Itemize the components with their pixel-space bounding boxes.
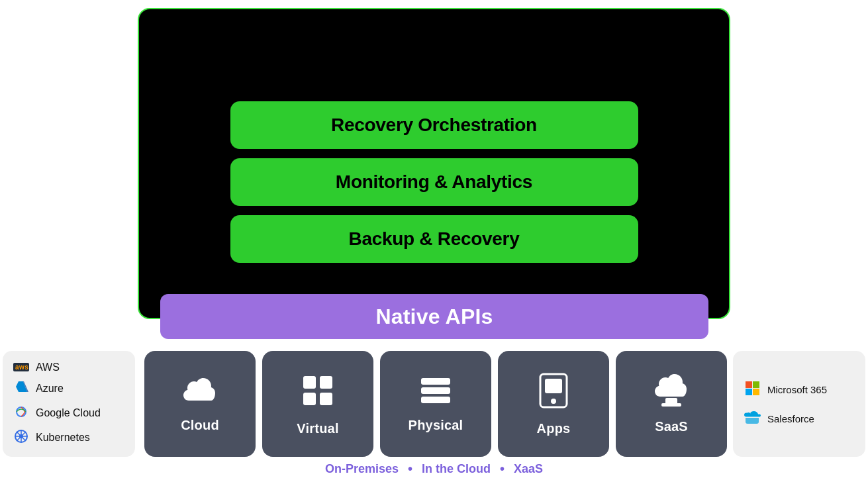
svg-rect-9 bbox=[320, 376, 332, 389]
xaas-label: XaaS bbox=[514, 462, 543, 476]
virtual-label: Virtual bbox=[297, 421, 338, 436]
physical-label: Physical bbox=[409, 418, 463, 433]
svg-rect-21 bbox=[753, 381, 759, 388]
svg-rect-20 bbox=[746, 381, 752, 388]
kubernetes-label: Kubernetes bbox=[36, 432, 90, 444]
aws-label: AWS bbox=[36, 362, 60, 373]
svg-rect-10 bbox=[303, 393, 316, 405]
native-apis-bar: Native APIs bbox=[160, 294, 708, 339]
microsoft365-icon bbox=[744, 380, 761, 399]
aws-icon: aws bbox=[13, 363, 29, 371]
svg-rect-22 bbox=[746, 389, 752, 395]
cloud-label: Cloud bbox=[181, 418, 219, 433]
azure-row: Azure bbox=[13, 380, 135, 398]
svg-rect-13 bbox=[421, 387, 450, 394]
recovery-orchestration-label: Recovery Orchestration bbox=[331, 115, 537, 136]
svg-rect-14 bbox=[421, 397, 450, 403]
google-cloud-row: Google Cloud bbox=[13, 405, 135, 422]
cloud-card: Cloud bbox=[144, 351, 256, 457]
microsoft365-label: Microsoft 365 bbox=[767, 384, 827, 395]
google-cloud-icon bbox=[13, 405, 29, 422]
backup-recovery-label: Backup & Recovery bbox=[349, 228, 520, 250]
services-panel: Microsoft 365 Salesforce bbox=[733, 351, 865, 457]
icon-cards-row: Cloud Virtual P bbox=[144, 351, 727, 457]
svg-rect-11 bbox=[320, 393, 332, 405]
saas-card: SaaS bbox=[616, 351, 727, 457]
microsoft365-row: Microsoft 365 bbox=[744, 380, 865, 399]
google-cloud-label: Google Cloud bbox=[36, 407, 101, 419]
physical-card: Physical bbox=[380, 351, 491, 457]
architecture-diagram: Recovery Orchestration Monitoring & Anal… bbox=[0, 5, 868, 482]
svg-rect-23 bbox=[753, 389, 759, 395]
recovery-orchestration-pill: Recovery Orchestration bbox=[230, 101, 638, 149]
dot-1: • bbox=[408, 461, 412, 477]
kubernetes-row: Kubernetes bbox=[13, 429, 135, 447]
svg-rect-12 bbox=[421, 378, 450, 385]
bottom-labels: On-Premises • In the Cloud • XaaS bbox=[0, 461, 868, 477]
dot-2: • bbox=[500, 461, 505, 477]
monitoring-analytics-pill: Monitoring & Analytics bbox=[230, 158, 638, 206]
salesforce-row: Salesforce bbox=[744, 410, 865, 428]
svg-rect-16 bbox=[545, 379, 562, 393]
cloud-icon bbox=[181, 375, 219, 411]
svg-rect-8 bbox=[303, 376, 316, 389]
apps-icon bbox=[538, 372, 569, 414]
backup-recovery-pill: Backup & Recovery bbox=[230, 215, 638, 263]
apps-card: Apps bbox=[498, 351, 609, 457]
svg-point-17 bbox=[551, 399, 556, 404]
saas-icon bbox=[652, 374, 691, 412]
svg-rect-19 bbox=[661, 403, 681, 407]
aws-row: aws AWS bbox=[13, 362, 135, 373]
in-the-cloud-label: In the Cloud bbox=[422, 462, 491, 476]
green-pills-container: Recovery Orchestration Monitoring & Anal… bbox=[138, 101, 730, 263]
saas-label: SaaS bbox=[655, 419, 688, 434]
kubernetes-icon bbox=[13, 429, 29, 447]
physical-icon bbox=[418, 375, 453, 411]
azure-icon bbox=[13, 380, 29, 398]
azure-label: Azure bbox=[36, 383, 64, 395]
native-apis-label: Native APIs bbox=[375, 305, 493, 329]
salesforce-label: Salesforce bbox=[767, 413, 814, 424]
cloud-providers-panel: aws AWS Azure Google Cloud bbox=[3, 351, 135, 457]
apps-label: Apps bbox=[537, 421, 571, 436]
virtual-card: Virtual bbox=[262, 351, 373, 457]
virtual-icon bbox=[299, 372, 336, 414]
on-premises-label: On-Premises bbox=[325, 462, 399, 476]
monitoring-analytics-label: Monitoring & Analytics bbox=[336, 171, 532, 193]
salesforce-icon bbox=[744, 410, 761, 428]
svg-point-7 bbox=[19, 434, 23, 438]
